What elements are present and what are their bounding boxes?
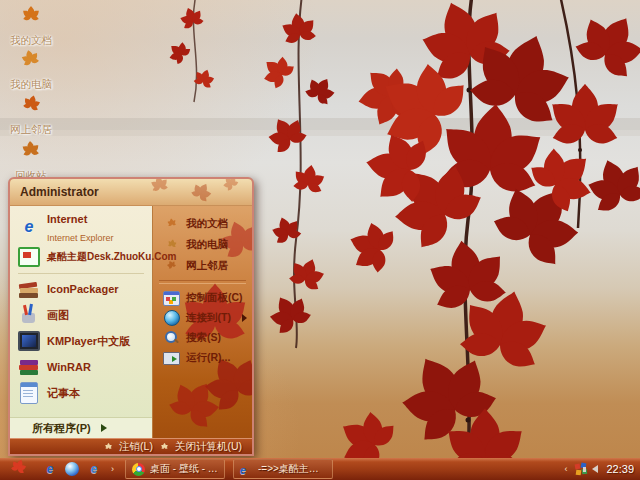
- start-menu-footer: 注销(L) 关闭计算机(U): [10, 438, 252, 455]
- leaf-icon: [16, 91, 46, 121]
- arrow-right-icon: [101, 424, 107, 432]
- search-icon: [163, 330, 180, 347]
- submenu-arrow-icon: [242, 314, 247, 322]
- logged-in-user: Administrator: [20, 185, 99, 199]
- log-off-button[interactable]: 注销(L): [102, 440, 153, 454]
- desktop-icon-my-computer[interactable]: 我的电脑: [3, 46, 59, 92]
- winrar-icon: [18, 356, 40, 378]
- start-menu-item-iconpackager[interactable]: IconPackager: [10, 276, 152, 302]
- start-menu-item-control-panel[interactable]: 控制面板(C): [153, 288, 252, 308]
- start-button[interactable]: [0, 458, 36, 480]
- start-menu-item-my-documents[interactable]: 我的文档: [153, 213, 252, 234]
- menu-separator: [18, 273, 144, 274]
- kmplayer-icon: [18, 330, 40, 352]
- connect-to-icon: [163, 310, 180, 327]
- desktop-icon-my-documents[interactable]: 我的文档: [3, 2, 59, 48]
- control-panel-icon: [163, 290, 180, 307]
- start-menu: Administrator e Internet Internet Explor…: [8, 177, 254, 456]
- system-tray: ‹ 22:39: [561, 463, 640, 475]
- desktop-icon-label: 网上邻居: [10, 123, 52, 137]
- leaf-icon: [163, 257, 180, 274]
- start-menu-item-connect-to[interactable]: 连接到(T): [153, 308, 252, 328]
- quick-launch-bar: e e ›: [42, 461, 117, 477]
- run-icon: [163, 350, 180, 367]
- task-button-theme-page[interactable]: e -=>>桌酷主题 - Mi...: [233, 459, 333, 479]
- start-menu-item-zhuoku[interactable]: 桌酷主题Desk.ZhuoKu.Com: [10, 244, 152, 270]
- notepad-icon: [18, 382, 40, 404]
- internet-explorer-icon: e: [240, 460, 253, 478]
- leaf-icon: [102, 441, 115, 454]
- start-menu-item-run[interactable]: 运行(R)...: [153, 348, 252, 368]
- browser-sphere-quick-launch-icon[interactable]: [64, 461, 80, 477]
- internet-explorer-quick-launch-icon[interactable]: e: [42, 461, 58, 477]
- zhuoku-icon: [18, 246, 40, 268]
- start-menu-item-kmplayer[interactable]: KMPlayer中文版: [10, 328, 152, 354]
- start-menu-right-column: 我的文档 我的电脑 网上邻居 控制面板(C): [152, 206, 252, 438]
- all-programs-button[interactable]: 所有程序(P): [10, 417, 152, 438]
- leaf-icon: [163, 236, 180, 253]
- leaf-icon: [16, 46, 46, 76]
- quick-launch-overflow-icon[interactable]: ›: [108, 465, 117, 474]
- menu-separator: [159, 280, 246, 284]
- start-menu-item-network-places[interactable]: 网上邻居: [153, 255, 252, 276]
- taskbar-clock: 22:39: [603, 463, 634, 475]
- start-menu-body: e Internet Internet Explorer 桌酷主题Desk.Zh…: [10, 206, 252, 438]
- iconpackager-icon: [18, 278, 40, 300]
- start-menu-header: Administrator: [10, 179, 252, 206]
- task-button-wallpaper-page[interactable]: 桌面 - 壁纸 - 桌酷...: [125, 459, 225, 479]
- leaf-icon: [16, 2, 46, 32]
- internet-explorer-icon: e: [18, 216, 40, 238]
- start-leaf-icon: [6, 458, 30, 480]
- chrome-icon: [132, 463, 145, 476]
- volume-tray-icon[interactable]: [592, 465, 598, 473]
- internet-explorer-quick-launch-icon[interactable]: e: [86, 461, 102, 477]
- shut-down-button[interactable]: 关闭计算机(U): [158, 440, 242, 454]
- start-menu-item-notepad[interactable]: 记事本: [10, 380, 152, 406]
- taskbar: e e › 桌面 - 壁纸 - 桌酷... e -=>>桌酷主题 - Mi...…: [0, 458, 640, 480]
- start-menu-item-paint[interactable]: 画图: [10, 302, 152, 328]
- tray-collapse-icon[interactable]: ‹: [561, 465, 570, 474]
- leaf-icon: [16, 137, 46, 167]
- start-menu-item-my-computer[interactable]: 我的电脑: [153, 234, 252, 255]
- start-menu-item-search[interactable]: 搜索(S): [153, 328, 252, 348]
- desktop-screen: 我的文档 我的电脑 网上邻居 回收站 Administrator: [0, 0, 640, 480]
- paint-icon: [18, 304, 40, 326]
- start-menu-item-internet[interactable]: e Internet Internet Explorer: [10, 210, 152, 244]
- start-menu-left-column: e Internet Internet Explorer 桌酷主题Desk.Zh…: [10, 206, 152, 438]
- leaf-icon: [158, 441, 171, 454]
- leaf-icon: [163, 215, 180, 232]
- start-menu-item-winrar[interactable]: WinRAR: [10, 354, 152, 380]
- desktop-icon-label: 我的电脑: [10, 78, 52, 92]
- desktop-icon-network-places[interactable]: 网上邻居: [3, 91, 59, 137]
